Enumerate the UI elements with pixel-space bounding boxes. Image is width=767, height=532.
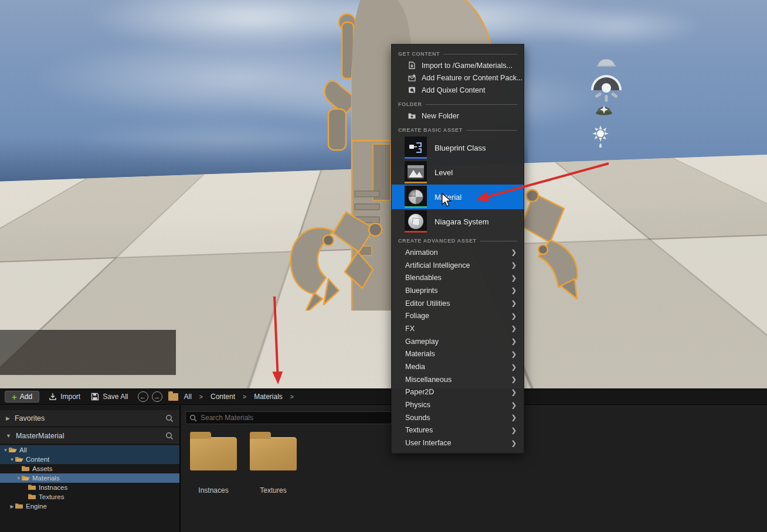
menu-item-material[interactable]: Material: [392, 185, 524, 209]
folder-items: New Folder: [392, 110, 524, 122]
asset-type-color-bar: [405, 157, 427, 159]
viewport-3d[interactable]: [0, 0, 767, 388]
submenu-chevron-icon: ❯: [511, 350, 517, 358]
menu-item-blendables[interactable]: Blendables❯: [392, 271, 524, 284]
menu-item-import-to-game-materials[interactable]: Import to /Game/Materials...: [392, 59, 524, 71]
asset-type-color-bar: [405, 182, 427, 183]
folder-icon: [15, 456, 23, 463]
advanced-asset-list: Animation❯Artificial Intelligence❯Blenda…: [392, 246, 524, 449]
submenu-chevron-icon: ❯: [511, 248, 517, 256]
save-all-button-label: Save All: [103, 393, 128, 401]
menu-item-label: Editor Utilities: [405, 299, 450, 308]
menu-item-niagara-system[interactable]: Niagara System: [392, 209, 524, 234]
submenu-chevron-icon: ❯: [511, 325, 517, 332]
tree-item-label: Engine: [26, 503, 47, 510]
submenu-chevron-icon: ❯: [511, 274, 517, 282]
search-icon[interactable]: [165, 414, 174, 422]
search-icon: [189, 414, 197, 422]
expander-arrow-icon[interactable]: ▼: [9, 457, 15, 462]
folder-label: Instnaces: [186, 486, 240, 495]
menu-item-foliage[interactable]: Foliage❯: [392, 309, 524, 322]
add-button-label: Add: [20, 393, 32, 401]
menu-item-label: New Folder: [422, 112, 459, 120]
tree-item-assets[interactable]: Assets: [0, 464, 179, 473]
folder-icon: [190, 437, 237, 470]
menu-item-physics[interactable]: Physics❯: [392, 398, 524, 411]
favorites-header[interactable]: ▶ Favorites: [0, 410, 179, 426]
asset-folder-instnaces[interactable]: Instnaces: [186, 429, 240, 495]
menu-item-sounds[interactable]: Sounds❯: [392, 411, 524, 424]
menu-item-gameplay[interactable]: Gameplay❯: [392, 335, 524, 348]
asset-folder-textures[interactable]: Textures: [246, 429, 300, 495]
menu-item-artificial-intelligence[interactable]: Artificial Intelligence❯: [392, 259, 524, 272]
content-browser-body: ▶ Favorites ▼ MasterMaterial ▼All▼Conten…: [0, 405, 767, 532]
menu-item-new-folder[interactable]: New Folder: [392, 110, 524, 122]
viewport-shade-overlay: [0, 330, 176, 375]
tree-item-engine[interactable]: ▶Engine: [0, 502, 179, 511]
menu-item-animation[interactable]: Animation❯: [392, 246, 524, 259]
material-icon: [405, 186, 427, 208]
get-content-items: Import to /Game/Materials...Add Feature …: [392, 59, 524, 96]
breadcrumb-item-content[interactable]: Content: [211, 393, 235, 401]
menu-item-label: Media: [405, 363, 425, 371]
new-folder-icon: [408, 111, 416, 120]
folder-label: Textures: [246, 486, 300, 495]
menu-item-textures[interactable]: Textures❯: [392, 424, 524, 437]
tree-item-all[interactable]: ▼All: [0, 445, 179, 455]
search-assets-box[interactable]: [185, 411, 392, 424]
content-browser: + Add Import Save All ←: [0, 388, 767, 532]
expander-arrow-icon[interactable]: ▼: [2, 448, 9, 453]
menu-item-miscellaneous[interactable]: Miscellaneous❯: [392, 373, 524, 386]
add-button[interactable]: + Add: [5, 391, 39, 403]
expander-arrow-icon[interactable]: ▶: [6, 415, 10, 421]
forward-button[interactable]: →: [152, 391, 162, 402]
unreal-editor-window: GET CONTENT Import to /Game/Materials...…: [0, 0, 767, 532]
tree-item-textures[interactable]: Textures: [0, 492, 179, 502]
tree-item-content[interactable]: ▼Content: [0, 455, 179, 464]
save-all-button[interactable]: Save All: [91, 393, 128, 401]
submenu-chevron-icon: ❯: [511, 376, 517, 383]
section-header-create-advanced-asset: CREATE ADVANCED ASSET: [398, 237, 517, 244]
save-icon: [91, 393, 99, 401]
submenu-chevron-icon: ❯: [511, 287, 517, 294]
tree-item-materials[interactable]: ▼Materials: [0, 473, 179, 483]
collection-header[interactable]: ▼ MasterMaterial: [0, 428, 179, 444]
blueprint-class-icon: [405, 137, 427, 159]
submenu-chevron-icon: ❯: [511, 261, 517, 269]
menu-item-blueprint-class[interactable]: Blueprint Class: [392, 135, 524, 160]
import-button[interactable]: Import: [49, 393, 80, 401]
tree-item-label: Instnaces: [39, 484, 67, 491]
menu-item-label: Level: [435, 168, 453, 177]
submenu-chevron-icon: ❯: [511, 312, 517, 320]
menu-item-add-feature-or-content-pack[interactable]: Add Feature or Content Pack...: [392, 71, 524, 84]
menu-item-materials[interactable]: Materials❯: [392, 348, 524, 361]
search-icon[interactable]: [165, 432, 174, 440]
menu-item-label: Sounds: [405, 414, 430, 422]
menu-item-level[interactable]: Level: [392, 160, 524, 185]
expander-arrow-icon[interactable]: ▶: [9, 504, 15, 509]
menu-item-paper2d[interactable]: Paper2D❯: [392, 386, 524, 399]
menu-item-editor-utilities[interactable]: Editor Utilities❯: [392, 297, 524, 310]
back-arrow-icon: ←: [140, 394, 146, 400]
tree-item-label: All: [19, 446, 27, 453]
menu-item-blueprints[interactable]: Blueprints❯: [392, 284, 524, 297]
back-button[interactable]: ←: [138, 391, 148, 402]
menu-item-add-quixel-content[interactable]: Add Quixel Content: [392, 84, 524, 96]
menu-item-user-interface[interactable]: User Interface❯: [392, 436, 524, 449]
folder-icon: [28, 484, 36, 492]
search-input[interactable]: [201, 414, 388, 422]
menu-item-fx[interactable]: FX❯: [392, 322, 524, 335]
height-fog-icon: [596, 105, 612, 115]
breadcrumb-item-materials[interactable]: Materials: [254, 393, 283, 401]
tree-item-instnaces[interactable]: Instnaces: [0, 483, 179, 492]
submenu-chevron-icon: ❯: [511, 388, 517, 396]
menu-item-label: Add Quixel Content: [422, 86, 485, 94]
breadcrumb-item-all[interactable]: All: [184, 393, 192, 401]
expander-arrow-icon[interactable]: ▼: [15, 476, 22, 481]
expander-arrow-icon[interactable]: ▼: [6, 433, 11, 439]
folder-icon: [15, 503, 23, 510]
niagara-icon: [405, 210, 427, 233]
menu-item-media[interactable]: Media❯: [392, 360, 524, 373]
plus-icon: +: [12, 393, 17, 401]
menu-item-label: Foliage: [405, 312, 429, 320]
